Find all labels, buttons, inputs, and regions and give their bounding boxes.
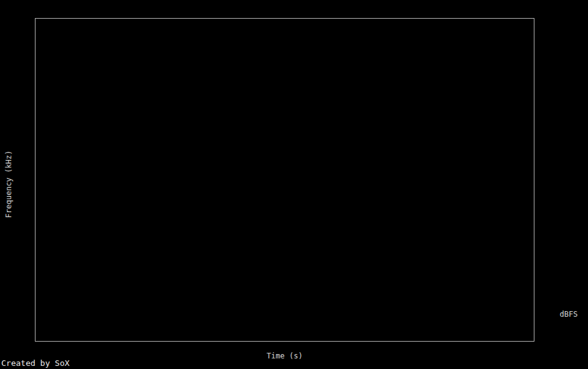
frequency-axis-title: Frequency (kHz) — [5, 151, 13, 218]
footer-credit: Created by SoX — [1, 359, 70, 367]
legend-unit-label: dBFS — [560, 311, 578, 319]
spectrogram-canvas — [36, 19, 534, 340]
sox-spectrogram-image: Frequency (kHz) Time (s) dBFS Created by… — [0, 0, 588, 369]
legend-colorbar — [557, 54, 570, 301]
time-axis-title: Time (s) — [267, 352, 303, 360]
